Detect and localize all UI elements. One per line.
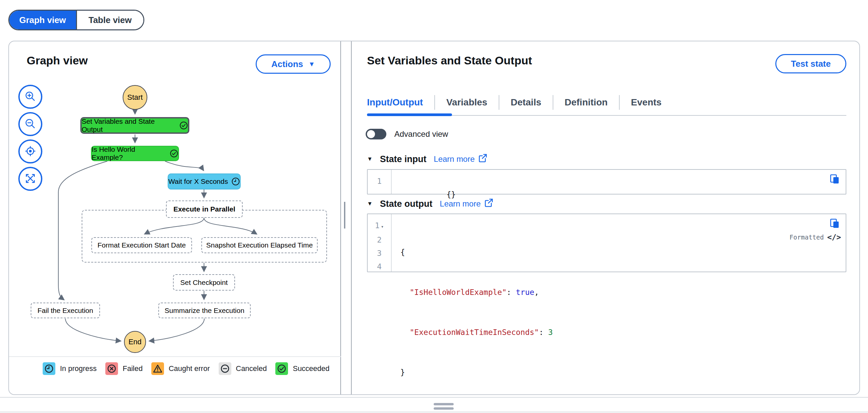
external-link-icon [478,153,487,165]
panel-splitter[interactable] [341,41,351,394]
center-target-icon [24,144,37,159]
start-node-label: Start [127,93,143,102]
line-number: 3 [368,246,391,260]
check-circle-icon [275,362,288,375]
fail-execution-node-label: Fail the Execution [38,306,93,315]
summarize-execution-node[interactable]: Summarize the Execution [158,302,251,318]
code-line: "IsHelloWorldExample": true, [400,286,846,299]
code-line: { [400,245,846,259]
state-output-code: { "IsHelloWorldExample": true, "Executio… [392,214,846,271]
line-number-gutter: 1▾ 2 3 4 [368,214,392,271]
legend-divider [9,356,341,357]
legend-item-in-progress: In progress [43,362,97,375]
state-output-learn-more-link[interactable]: Learn more [440,198,493,209]
advanced-view-toggle[interactable] [366,129,386,140]
fullscreen-expand-icon [24,172,37,186]
drag-handle-icon [434,407,454,410]
table-view-toggle[interactable]: Table view [77,11,144,29]
legend-item-failed: Failed [105,362,143,375]
format-start-date-node-label: Format Execution Start Date [98,241,186,249]
snapshot-elapsed-time-node-label: Snapshot Execution Elapsed Time [206,241,313,249]
tab-definition[interactable]: Definition [558,97,614,108]
test-state-button[interactable]: Test state [775,54,846,73]
state-input-header: ▼ State input Learn more [367,153,487,165]
active-tab-indicator [367,113,452,116]
zoom-out-icon [24,117,37,131]
formatted-label: Formatted [790,234,824,241]
fold-caret-icon[interactable]: ▾ [381,224,384,229]
legend-label: Succeeded [293,364,329,373]
state-input-learn-more-link[interactable]: Learn more [434,153,487,165]
actions-button[interactable]: Actions ▼ [256,54,331,74]
advanced-view-row: Advanced view [366,129,448,140]
succeeded-check-icon [179,121,188,130]
caret-down-icon: ▼ [308,61,315,67]
end-node-label: End [128,337,141,346]
learn-more-label: Learn more [440,199,480,208]
legend-label: Canceled [236,364,267,373]
set-variables-node[interactable]: Set Variables and State Output [80,117,189,134]
set-checkpoint-node-label: Set Checkpoint [180,278,228,287]
summarize-execution-node-label: Summarize the Execution [165,306,244,315]
center-view-button[interactable] [18,140,42,164]
drag-handle-icon [434,403,454,405]
external-link-icon [484,198,493,209]
graph-view-panel: Graph view Actions ▼ [9,41,341,394]
formatted-indicator: Formatted </> [790,233,841,241]
view-mode-toggle: Graph view Table view [8,10,144,30]
copy-input-button[interactable] [828,173,842,186]
collapse-caret-icon[interactable]: ▼ [367,201,373,207]
tab-divider [553,95,553,110]
state-details-title: Set Variables and State Output [367,54,532,67]
minus-circle-icon [219,362,231,375]
state-input-code-block: 1 {} [367,169,846,195]
start-node[interactable]: Start [123,85,147,110]
legend-label: Caught error [169,364,210,373]
state-details-panel: Set Variables and State Output Test stat… [351,41,859,394]
bottom-resize-bar[interactable] [0,397,868,412]
format-start-date-node[interactable]: Format Execution Start Date [91,237,192,253]
line-number-gutter: 1 [368,170,392,194]
legend-label: Failed [123,364,143,373]
graph-view-toggle[interactable]: Graph view [9,11,77,29]
set-checkpoint-node[interactable]: Set Checkpoint [173,274,235,291]
state-input-heading: State input [380,154,427,165]
state-output-heading: State output [380,199,432,209]
fullscreen-button[interactable] [18,167,42,191]
execute-parallel-node[interactable]: Execute in Parallel [166,201,243,218]
tab-details[interactable]: Details [504,97,548,108]
fail-execution-node[interactable]: Fail the Execution [31,302,100,318]
state-input-code: {} [392,170,846,194]
tab-divider [434,95,435,110]
code-view-toggle-icon[interactable]: </> [827,233,841,241]
state-output-header: ▼ State output Learn more [367,198,493,209]
copy-icon [829,217,841,231]
status-legend: In progress Failed Caught error Canceled… [43,362,330,375]
zoom-in-icon [24,90,37,104]
step-functions-execution-page: Graph view Table view Graph view Actions… [0,0,868,413]
end-node[interactable]: End [124,331,146,353]
legend-label: In progress [60,364,97,373]
is-hello-world-node[interactable]: Is Hello World Example? [91,146,179,161]
tab-events[interactable]: Events [624,97,668,108]
learn-more-label: Learn more [434,154,475,164]
tab-divider [619,95,620,110]
graph-panel-title: Graph view [27,54,88,67]
in-progress-clock-icon [231,177,240,186]
advanced-view-label: Advanced view [394,129,448,139]
code-line: {} [446,190,456,199]
wait-node[interactable]: Wait for X Seconds [168,174,241,189]
snapshot-elapsed-time-node[interactable]: Snapshot Execution Elapsed Time [202,237,318,253]
tab-variables[interactable]: Variables [440,97,494,108]
zoom-out-button[interactable] [18,112,42,136]
tab-input-output[interactable]: Input/Output [367,97,430,108]
details-tabs: Input/Output Variables Details Definitio… [367,91,668,114]
copy-icon [829,173,841,186]
set-variables-node-label: Set Variables and State Output [82,117,176,134]
state-output-code-block: 1▾ 2 3 4 { "IsHelloWorldExample": true, … [367,213,846,272]
copy-output-button[interactable] [828,217,842,231]
code-line: } [400,365,846,379]
x-circle-icon [105,362,118,375]
zoom-in-button[interactable] [18,85,42,109]
collapse-caret-icon[interactable]: ▼ [367,156,373,163]
